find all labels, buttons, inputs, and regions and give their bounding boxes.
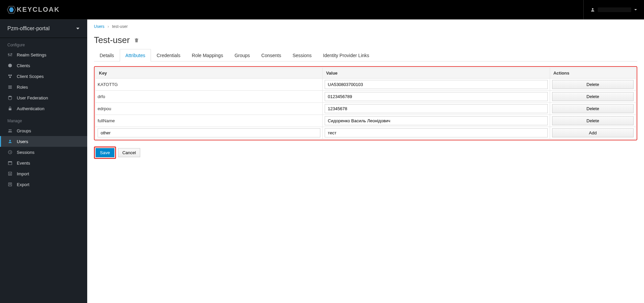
table-row: drfo Delete — [96, 91, 636, 103]
page-title-text: Test-user — [94, 35, 130, 45]
attr-value-input[interactable] — [325, 116, 547, 125]
tab-identity-provider-links[interactable]: Identity Provider Links — [317, 49, 375, 61]
chevron-down-icon — [634, 8, 637, 11]
sidebar-item-authentication[interactable]: Authentication — [0, 103, 87, 114]
save-button[interactable]: Save — [96, 148, 114, 157]
attr-value-input[interactable] — [325, 104, 547, 113]
attr-key: KATOTTG — [96, 79, 323, 91]
user-menu[interactable] — [583, 0, 637, 19]
attributes-highlight: Key Value Actions KATOTTG Delete drfo De… — [94, 66, 637, 140]
svg-rect-22 — [8, 162, 12, 162]
sidebar: Pzm-officer-portal Configure Realm Setti… — [0, 19, 87, 303]
chevron-down-icon — [76, 27, 80, 31]
svg-rect-8 — [11, 54, 12, 54]
sidebar-item-groups[interactable]: Groups — [0, 125, 87, 136]
breadcrumb: Users › test-user — [94, 24, 637, 29]
sidebar-item-label: Groups — [17, 128, 31, 133]
sidebar-item-label: Authentication — [17, 106, 44, 111]
sidebar-section-configure: Configure — [0, 38, 87, 49]
svg-rect-3 — [8, 53, 9, 56]
sidebar-item-export[interactable]: Export — [0, 179, 87, 190]
sidebar-item-label: Events — [17, 161, 30, 166]
trash-icon[interactable] — [134, 38, 139, 43]
list-icon — [7, 84, 13, 90]
tab-attributes[interactable]: Attributes — [120, 49, 151, 61]
new-attr-key-input[interactable] — [98, 128, 320, 137]
tab-groups[interactable]: Groups — [229, 49, 256, 61]
breadcrumb-root-link[interactable]: Users — [94, 24, 104, 29]
svg-point-2 — [592, 8, 594, 10]
svg-rect-4 — [10, 53, 10, 56]
attr-value-input[interactable] — [325, 80, 547, 89]
sidebar-item-user-federation[interactable]: User Federation — [0, 92, 87, 103]
new-attr-value-input[interactable] — [325, 128, 547, 137]
realm-name: Pzm-officer-portal — [7, 26, 50, 32]
table-header-actions: Actions — [550, 68, 636, 79]
table-row-new: Add — [96, 127, 636, 139]
delete-button[interactable]: Delete — [552, 80, 634, 89]
sidebar-item-label: User Federation — [17, 95, 48, 100]
cancel-button[interactable]: Cancel — [118, 148, 140, 157]
clock-icon — [7, 149, 13, 155]
attr-key: edrpou — [96, 103, 323, 115]
sidebar-item-sessions[interactable]: Sessions — [0, 147, 87, 158]
scopes-icon — [7, 74, 13, 79]
table-row: KATOTTG Delete — [96, 79, 636, 91]
keycloak-logo-icon — [7, 5, 16, 14]
import-icon — [7, 171, 13, 176]
sidebar-section-manage: Manage — [0, 114, 87, 125]
svg-marker-1 — [9, 7, 14, 12]
logo-text: KEYCLOAK — [17, 6, 60, 13]
delete-button[interactable]: Delete — [552, 116, 634, 125]
table-header-value: Value — [323, 68, 550, 79]
add-button[interactable]: Add — [552, 128, 634, 137]
sidebar-item-client-scopes[interactable]: Client Scopes — [0, 71, 87, 82]
groups-icon — [7, 128, 13, 133]
attr-key: drfo — [96, 91, 323, 103]
svg-rect-6 — [8, 54, 9, 55]
breadcrumb-separator: › — [108, 24, 109, 29]
attr-value-input[interactable] — [325, 92, 547, 101]
tab-credentials[interactable]: Credentials — [151, 49, 186, 61]
svg-point-10 — [10, 75, 12, 76]
sidebar-item-import[interactable]: Import — [0, 168, 87, 179]
sidebar-item-label: Client Scopes — [17, 74, 44, 79]
svg-point-15 — [8, 96, 11, 97]
form-actions: Save Cancel — [94, 146, 637, 159]
attr-key: fullName — [96, 115, 323, 127]
sidebar-item-clients[interactable]: Clients — [0, 60, 87, 71]
delete-button[interactable]: Delete — [552, 104, 634, 113]
calendar-icon — [7, 160, 13, 166]
sidebar-item-label: Users — [17, 139, 28, 144]
svg-rect-14 — [8, 88, 12, 89]
tabs: Details Attributes Credentials Role Mapp… — [94, 49, 637, 61]
table-header-key: Key — [96, 68, 323, 79]
sidebar-item-label: Export — [17, 182, 30, 187]
svg-point-17 — [9, 129, 10, 131]
database-icon — [7, 95, 13, 100]
breadcrumb-current: test-user — [112, 24, 128, 29]
sidebar-item-events[interactable]: Events — [0, 158, 87, 168]
sidebar-item-label: Clients — [17, 63, 30, 68]
sidebar-item-label: Import — [17, 171, 29, 176]
svg-rect-7 — [9, 55, 11, 56]
user-icon — [7, 139, 13, 144]
svg-point-19 — [9, 140, 11, 141]
user-icon — [590, 7, 595, 12]
cube-icon — [7, 63, 13, 68]
delete-button[interactable]: Delete — [552, 92, 634, 101]
export-icon — [7, 182, 13, 187]
logo[interactable]: KEYCLOAK — [7, 5, 60, 14]
sidebar-item-realm-settings[interactable]: Realm Settings — [0, 49, 87, 60]
tab-details[interactable]: Details — [94, 49, 120, 61]
main-content: Users › test-user Test-user Details Attr… — [87, 19, 644, 303]
sliders-icon — [7, 52, 13, 57]
svg-rect-16 — [9, 108, 11, 110]
realm-selector[interactable]: Pzm-officer-portal — [0, 19, 87, 38]
svg-rect-13 — [8, 87, 12, 87]
sidebar-item-users[interactable]: Users — [0, 136, 87, 147]
tab-consents[interactable]: Consents — [256, 49, 287, 61]
tab-sessions[interactable]: Sessions — [287, 49, 317, 61]
tab-role-mappings[interactable]: Role Mappings — [186, 49, 229, 61]
sidebar-item-roles[interactable]: Roles — [0, 82, 87, 92]
